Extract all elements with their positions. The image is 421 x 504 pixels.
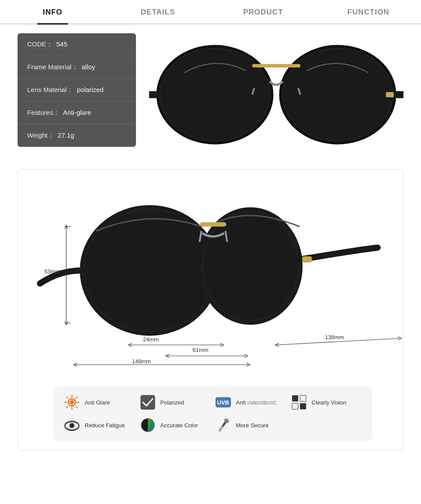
svg-point-42 <box>71 424 73 427</box>
feature-empty <box>291 417 362 433</box>
feature-clearly-vision: Clearly Vision <box>291 394 362 411</box>
feature-anti-glare: Anti Glare <box>64 394 135 411</box>
feature-accurate-color: Accurate Color <box>139 417 211 433</box>
svg-point-11 <box>203 212 298 320</box>
navigation-tabs: INFO DETAILS PRODUCT FUNCTION <box>0 0 421 25</box>
check-lens-icon <box>139 394 156 411</box>
features-card: Anti Glare Polarized <box>53 386 372 441</box>
dimensions-section: 53mm 24mm 61mm 148mm 138mm <box>18 169 403 451</box>
color-icon <box>139 417 156 433</box>
dimensions-svg <box>31 183 408 371</box>
info-row-weight: Weight： 27.1g <box>18 124 136 147</box>
info-row-code: CODE： 545 <box>18 33 136 56</box>
svg-rect-53 <box>218 426 224 432</box>
uv-label: Anti UVA/UVB/UVC <box>236 398 277 406</box>
polarized-label: Polarized <box>161 399 184 406</box>
measure-bridge: 24mm <box>143 336 159 343</box>
svg-rect-7 <box>386 92 394 97</box>
grid-icon <box>291 394 307 411</box>
svg-rect-36 <box>300 395 306 401</box>
feature-uv: UVB Anti UVA/UVB/UVC <box>215 394 286 411</box>
info-row-lens: Lens Material： polarized <box>18 79 136 102</box>
measure-lens: 61mm <box>193 347 208 353</box>
svg-line-29 <box>76 397 78 398</box>
tab-info[interactable]: INFO <box>0 0 105 23</box>
sun-icon <box>64 394 80 411</box>
svg-rect-37 <box>292 403 298 409</box>
tab-function[interactable]: FUNCTION <box>316 0 421 23</box>
info-row-frame: Frame Material： alloy <box>18 56 136 79</box>
top-section: CODE： 545 Frame Material： alloy Lens Mat… <box>18 33 403 156</box>
svg-point-1 <box>160 49 270 141</box>
svg-point-3 <box>283 49 392 141</box>
uvb-icon: UVB <box>215 394 232 411</box>
more-secure-label: More Secure <box>236 422 268 429</box>
svg-rect-12 <box>200 222 226 227</box>
svg-line-28 <box>76 406 78 408</box>
svg-line-30 <box>66 406 68 408</box>
svg-line-27 <box>66 397 68 398</box>
reduce-fatigue-label: Reduce Fatigue <box>85 422 125 429</box>
svg-text:UVB: UVB <box>217 399 229 406</box>
main-content: CODE： 545 Frame Material： alloy Lens Mat… <box>0 25 421 459</box>
secure-icon <box>215 417 232 433</box>
tab-product[interactable]: PRODUCT <box>210 0 316 23</box>
eye-icon <box>64 417 80 433</box>
svg-rect-6 <box>394 91 403 98</box>
anti-glare-label: Anti Glare <box>85 399 110 406</box>
feature-reduce-fatigue: Reduce Fatigue <box>64 417 135 433</box>
svg-rect-38 <box>300 403 306 409</box>
info-box: CODE： 545 Frame Material： alloy Lens Mat… <box>18 33 136 147</box>
svg-rect-5 <box>149 91 159 98</box>
measure-total: 148mm <box>132 358 151 365</box>
dimensions-inner: 53mm 24mm 61mm 148mm 138mm <box>31 183 385 437</box>
svg-point-22 <box>70 400 74 405</box>
info-row-features: Features： Anti-glare <box>18 102 136 124</box>
svg-rect-13 <box>302 256 312 263</box>
clearly-vision-label: Clearly Vision <box>312 399 346 406</box>
feature-polarized: Polarized <box>139 394 211 411</box>
tab-details[interactable]: DETAILS <box>105 0 210 23</box>
svg-rect-35 <box>292 395 298 401</box>
measure-temple: 138mm <box>325 334 344 341</box>
measure-height: 53mm <box>44 268 60 275</box>
feature-more-secure: More Secure <box>215 417 286 433</box>
svg-rect-4 <box>252 64 300 67</box>
glasses-top-image <box>149 33 403 156</box>
accurate-color-label: Accurate Color <box>161 422 198 429</box>
glasses-top-svg <box>149 38 403 152</box>
